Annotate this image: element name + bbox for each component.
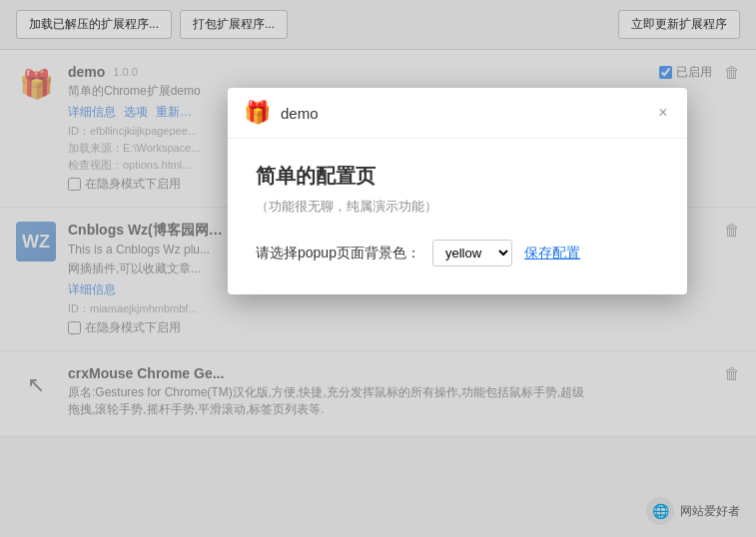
modal-close-button[interactable]: × <box>653 103 673 123</box>
modal-main-title: 简单的配置页 <box>256 163 659 190</box>
modal-select-row: 请选择popup页面背景色： yellow red blue green whi… <box>256 240 659 267</box>
modal-body: 简单的配置页 （功能很无聊，纯属演示功能） 请选择popup页面背景色： yel… <box>228 139 687 294</box>
modal-header-icon: 🎁 <box>244 100 271 126</box>
modal-header-title: demo <box>281 105 319 122</box>
modal-select-label: 请选择popup页面背景色： <box>256 245 420 263</box>
color-select[interactable]: yellow red blue green white <box>432 240 512 267</box>
save-config-button[interactable]: 保存配置 <box>524 245 580 263</box>
config-modal: 🎁 demo × 简单的配置页 （功能很无聊，纯属演示功能） 请选择popup页… <box>228 88 687 294</box>
modal-subtitle: （功能很无聊，纯属演示功能） <box>256 198 659 216</box>
modal-header: 🎁 demo × <box>228 88 687 139</box>
bg-page: 加载已解压的扩展程序... 打包扩展程序... 立即更新扩展程序 🎁 demo … <box>0 0 756 537</box>
